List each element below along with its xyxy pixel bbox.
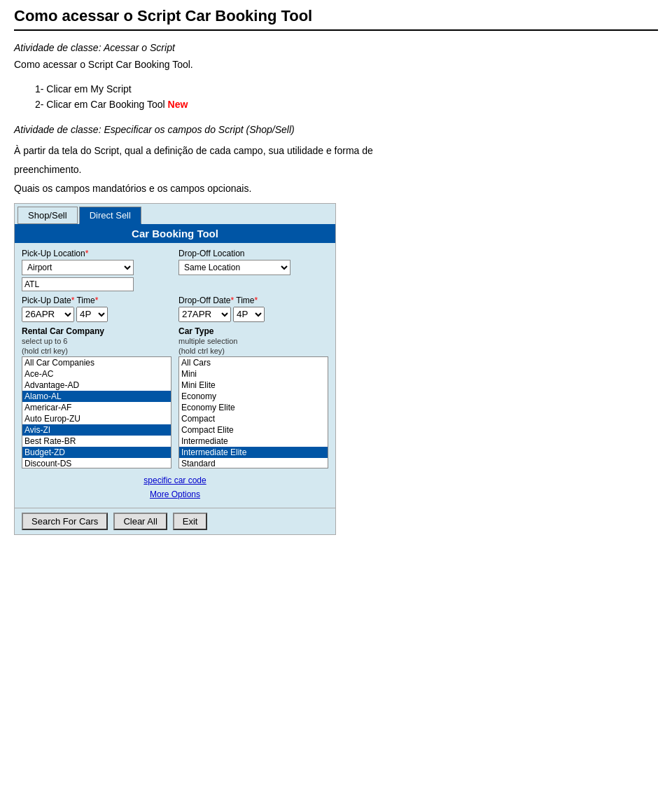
list-item[interactable]: Auto Europ-ZU bbox=[22, 413, 171, 424]
pickup-code-input[interactable] bbox=[22, 277, 134, 291]
body-text-3: Quais os campos mandatórios e os campos … bbox=[14, 181, 658, 196]
cartype-col: Car Type multiple selection (hold ctrl k… bbox=[178, 326, 328, 468]
list-item[interactable]: Intermediate bbox=[179, 436, 328, 447]
dropoff-time-select[interactable]: 4P bbox=[233, 307, 265, 322]
company-sub1: select up to 6 bbox=[22, 337, 172, 346]
tool-header: Car Booking Tool bbox=[15, 224, 335, 243]
tool-window: Shop/Sell Direct Sell Car Booking Tool P… bbox=[14, 203, 336, 535]
dropoff-date-input-row: 27APR 4P bbox=[178, 307, 328, 322]
company-col: Rental Car Company select up to 6 (hold … bbox=[22, 326, 172, 468]
list-item[interactable]: Intermediate Elite bbox=[179, 447, 328, 458]
specific-car-code-link[interactable]: specific car code bbox=[144, 475, 206, 485]
specific-car-code-row: specific car code bbox=[22, 474, 328, 485]
location-row: Pick-Up Location* Airport City Drop-Off … bbox=[22, 249, 328, 291]
cartype-sub2: (hold ctrl key) bbox=[178, 347, 328, 356]
instruction-line1: 1- Clicar em My Script bbox=[35, 81, 658, 97]
instruction-line2: 2- Clicar em Car Booking Tool New bbox=[35, 97, 658, 112]
pickup-location-label: Pick-Up Location* bbox=[22, 249, 172, 258]
list-item[interactable]: Economy bbox=[179, 391, 328, 402]
cartype-label: Car Type bbox=[178, 326, 328, 336]
pickup-location-select[interactable]: Airport City bbox=[22, 260, 134, 275]
list-item[interactable]: Economy Elite bbox=[179, 402, 328, 413]
list-item[interactable]: Compact bbox=[179, 413, 328, 424]
page-title: Como acessar o Script Car Booking Tool bbox=[14, 7, 658, 31]
description: Como acessar o Script Car Booking Tool. bbox=[14, 59, 658, 70]
tab-shop-sell[interactable]: Shop/Sell bbox=[18, 207, 78, 224]
pickup-date-col: Pick-Up Date* Time* 26APR 4P bbox=[22, 296, 172, 322]
company-sub2: (hold ctrl key) bbox=[22, 347, 172, 356]
company-listbox[interactable]: All Car Companies Ace-AC Advantage-AD Al… bbox=[22, 356, 172, 468]
body-text-2: preenchimento. bbox=[14, 162, 658, 177]
list-item[interactable]: Alamo-AL bbox=[22, 391, 171, 402]
pickup-time-select[interactable]: 4P bbox=[76, 307, 108, 322]
dropoff-location-input[interactable]: Same Location Different Location bbox=[178, 260, 328, 275]
pickup-date-label: Pick-Up Date* Time* bbox=[22, 296, 172, 305]
tool-tabs: Shop/Sell Direct Sell bbox=[15, 204, 335, 224]
list-item[interactable]: Mini bbox=[179, 368, 328, 380]
pickup-code-row bbox=[22, 277, 172, 291]
list-item[interactable]: Best Rate-BR bbox=[22, 436, 171, 447]
list-item[interactable]: Ace-AC bbox=[22, 368, 171, 380]
listbox-section: Rental Car Company select up to 6 (hold … bbox=[22, 326, 328, 468]
more-options-row: More Options bbox=[22, 488, 328, 499]
list-item[interactable]: Compact Elite bbox=[179, 424, 328, 436]
list-item[interactable]: Americar-AF bbox=[22, 402, 171, 413]
exit-button[interactable]: Exit bbox=[173, 513, 208, 530]
instructions-block: 1- Clicar em My Script 2- Clicar em Car … bbox=[35, 81, 658, 113]
dropoff-location-col: Drop-Off Location Same Location Differen… bbox=[178, 249, 328, 275]
dropoff-date-label: Drop-Off Date* Time* bbox=[178, 296, 328, 305]
dropoff-date-select[interactable]: 27APR bbox=[178, 307, 231, 322]
pickup-location-col: Pick-Up Location* Airport City bbox=[22, 249, 172, 291]
tool-footer: Search For Cars Clear All Exit bbox=[15, 508, 335, 534]
list-item[interactable]: Discount-DS bbox=[22, 458, 171, 468]
tab-direct-sell[interactable]: Direct Sell bbox=[79, 207, 141, 224]
new-label: New bbox=[168, 99, 188, 110]
list-item[interactable]: Advantage-AD bbox=[22, 380, 171, 391]
dropoff-date-col: Drop-Off Date* Time* 27APR 4P bbox=[178, 296, 328, 322]
dropoff-location-label: Drop-Off Location bbox=[178, 249, 328, 258]
dropoff-location-select[interactable]: Same Location Different Location bbox=[178, 260, 290, 275]
pickup-location-input[interactable]: Airport City bbox=[22, 260, 172, 275]
list-item[interactable]: Avis-ZI bbox=[22, 424, 171, 436]
list-item[interactable]: All Car Companies bbox=[22, 357, 171, 368]
list-item[interactable]: Budget-ZD bbox=[22, 447, 171, 458]
cartype-sub1: multiple selection bbox=[178, 337, 328, 346]
body-text-1: À partir da tela do Script, qual a defin… bbox=[14, 144, 658, 158]
more-options-link[interactable]: More Options bbox=[150, 489, 200, 499]
tool-body: Pick-Up Location* Airport City Drop-Off … bbox=[15, 243, 335, 508]
list-item[interactable]: Mini Elite bbox=[179, 380, 328, 391]
company-label: Rental Car Company bbox=[22, 326, 172, 336]
list-item[interactable]: Standard bbox=[179, 458, 328, 468]
search-for-cars-button[interactable]: Search For Cars bbox=[22, 513, 108, 530]
activity2-label: Atividade de classe: Especificar os camp… bbox=[14, 124, 658, 135]
list-item[interactable]: All Cars bbox=[179, 357, 328, 368]
subtitle1: Atividade de classe: Acessar o Script bbox=[14, 42, 658, 53]
pickup-date-select[interactable]: 26APR bbox=[22, 307, 74, 322]
date-row: Pick-Up Date* Time* 26APR 4P Drop-Off Da… bbox=[22, 296, 328, 322]
pickup-date-input-row: 26APR 4P bbox=[22, 307, 172, 322]
cartype-listbox[interactable]: All Cars Mini Mini Elite Economy Economy… bbox=[178, 356, 328, 468]
clear-all-button[interactable]: Clear All bbox=[113, 513, 167, 530]
